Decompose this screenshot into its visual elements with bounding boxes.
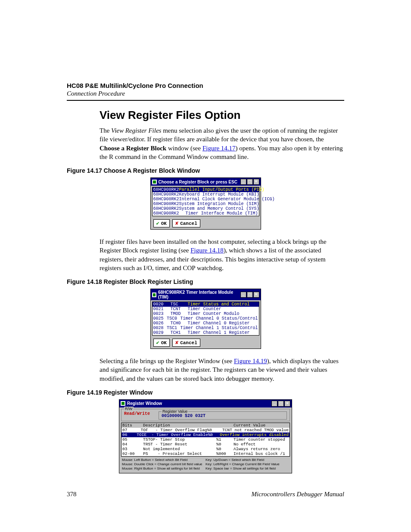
table-row[interactable]: 05TSTOP- Timer Stop%1Timer counter stopp… [121,437,290,442]
module-name: Parallel Input/Output Ports (PIO) [179,187,265,192]
cancel-label: Cancel [180,221,197,226]
register-desc: Timer Channel 1 Status/Control [180,326,258,330]
register-desc: Timer Counter Modulo [188,311,258,316]
list-item[interactable]: 0020TSCTimer Status and Control [153,302,259,307]
fig17-container: Choose a Register Block or press ESC _ □… [67,177,344,230]
bit-desc: TOIE - Timer Overflow Enable [137,432,208,437]
register-desc: Timer Channel 0 Status/Control [180,316,258,321]
x-icon: ✘ [175,220,178,227]
maximize-icon[interactable]: □ [247,292,253,298]
bit-meaning: TCNT not reached TMOD value [222,428,289,432]
register-name: TSC0 [167,316,180,321]
list-item[interactable]: 68HC908RK2System Integration Module (SIM… [153,202,259,206]
minimize-icon[interactable]: _ [240,292,246,298]
hint-line: Key: Up/Down = Select which Bit Field [206,458,289,462]
list-item[interactable]: 68HC908RK2Internal Clock Generator Modul… [153,197,259,202]
table-header: BitsDescriptionCurrent Value [121,423,290,428]
bit-range: 06 [122,432,137,437]
bit-range: 07 [122,428,141,432]
cancel-button[interactable]: ✘Cancel [172,219,200,227]
maximize-icon[interactable]: □ [247,179,253,185]
hint-line: Key: Space bar = Show all settings for b… [206,467,289,471]
register-name: TSC1 [167,326,180,330]
fig19-caption: Figure 14.19 Register Window [67,389,344,396]
bit-range: 03 [122,447,143,451]
link-fig18[interactable]: Figure 14.18 [190,247,224,254]
table-row[interactable]: 06TOIE - Timer Overflow Enable%0Overflow… [121,432,290,437]
hints-left: Mouse: Left Button = Select which Bit Fi… [122,458,206,471]
list-item[interactable]: 0025TSC0Timer Channel 0 Status/Control [153,316,259,321]
fig18-titlebar: 68HC908RK2 Timer Interface Module (TIM) … [151,289,261,300]
fig18-button-row: ✔OK ✘Cancel [151,337,261,348]
rw-panel: R/W Read/Write Register Value 00100000 $… [121,409,290,421]
cancel-button[interactable]: ✘Cancel [172,339,200,347]
register-desc: Timer Channel 1 Register [188,330,258,335]
register-address: 0026 [153,321,171,326]
minimize-icon[interactable]: _ [240,179,246,185]
header-rule [67,100,344,101]
list-item[interactable]: 68HC908RK2System and Memory Control (SYS… [153,206,259,211]
fig19-bit-table[interactable]: BitsDescriptionCurrent Value07TOF - Time… [121,423,290,457]
header-title: HC08 P&E Multilink/Cyclone Pro Connectio… [67,82,344,89]
fig18-list[interactable]: 0020TSCTimer Status and Control0021TCNTT… [152,302,259,336]
register-name: TCNT [171,307,188,311]
fig19-window: Register Window _ □ × R/W Read/Write Reg… [119,399,292,473]
bit-desc: Not implemented [143,447,216,451]
device-name: 68HC908RK2 [153,211,186,216]
table-row[interactable]: 02-00PS - Prescaler Select%000Internal b… [121,451,290,456]
bit-value: %0 [207,428,223,432]
maximize-icon[interactable]: □ [278,401,284,407]
bit-value: %0 [216,442,234,447]
cancel-label: Cancel [180,340,197,345]
register-name: TMOD [171,311,188,316]
list-item[interactable]: 68HC908RK2Timer Interface Module (TIM) [153,211,259,216]
bit-range: 05 [122,437,143,442]
table-row[interactable]: 04TRST - Timer Reset%0No effect [121,442,290,447]
register-address: 0021 [153,307,171,311]
fig18-caption: Figure 14.18 Register Block Register Lis… [67,278,344,285]
register-address: 0028 [153,326,167,330]
list-item[interactable]: 0026TCH0Timer Channel 0 Register [153,321,259,326]
hints-right: Key: Up/Down = Select which Bit FieldKey… [206,458,289,471]
list-item[interactable]: 0021TCNTTimer Counter [153,307,259,311]
table-row[interactable]: 03Not implemented%0Always returns zero [121,447,290,451]
list-item[interactable]: 68HC908RK2Keyboard Interrupt Module (KBI… [153,192,259,197]
register-name: TCH1 [171,330,188,335]
ok-button[interactable]: ✔OK [153,339,170,347]
fig17-button-row: ✔OK ✘Cancel [151,218,261,229]
list-item[interactable]: 0028TSC1Timer Channel 1 Status/Control [153,326,259,330]
para-2: If register files have been installed on… [100,237,344,272]
ok-button[interactable]: ✔OK [153,219,170,227]
close-icon[interactable]: × [253,179,259,185]
check-icon: ✔ [156,339,159,346]
link-fig17[interactable]: Figure 14.17 [202,145,236,152]
bit-value: %0 [208,432,220,437]
module-name: Internal Clock Generator Module (ICG) [179,197,275,202]
table-row[interactable]: 07TOF - Timer Overflow Flag%0TCNT not re… [121,428,290,432]
page-number: 378 [67,491,77,498]
register-desc: Timer Status and Control [188,302,258,307]
hint-line: Mouse: Left Button = Select which Bit Fi… [122,458,206,462]
register-value-panel: Register Value 00100000 $20 032T [159,411,287,420]
minimize-icon[interactable]: _ [271,401,277,407]
rw-panel-label: R/W [124,407,134,411]
header-sub: Connection Procedure [67,90,344,97]
close-icon[interactable]: × [253,292,259,298]
list-item[interactable]: 0029TCH1Timer Channel 1 Register [153,330,259,335]
bit-desc: PS - Prescaler Select [143,451,216,456]
list-item[interactable]: 0023TMODTimer Counter Modulo [153,311,259,316]
window-buttons: _ □ × [240,179,259,185]
window-buttons: _ □ × [240,292,259,298]
register-value: 00100000 $20 032T [162,414,206,418]
hints-panel: Mouse: Left Button = Select which Bit Fi… [119,457,292,473]
ok-label: OK [161,221,167,226]
module-name: Keyboard Interrupt Module (KBI) [179,192,259,197]
bit-range: 04 [122,442,143,447]
app-icon [152,180,157,184]
close-icon[interactable]: × [284,401,290,407]
link-fig19[interactable]: Figure 14.19 [234,358,267,364]
list-item[interactable]: 68HC908RK2Parallel Input/Output Ports (P… [153,187,259,192]
p1-italic: View Register Files [111,127,161,134]
fig17-list[interactable]: 68HC908RK2Parallel Input/Output Ports (P… [152,187,259,216]
readwrite-value: Read/Write [124,411,159,420]
